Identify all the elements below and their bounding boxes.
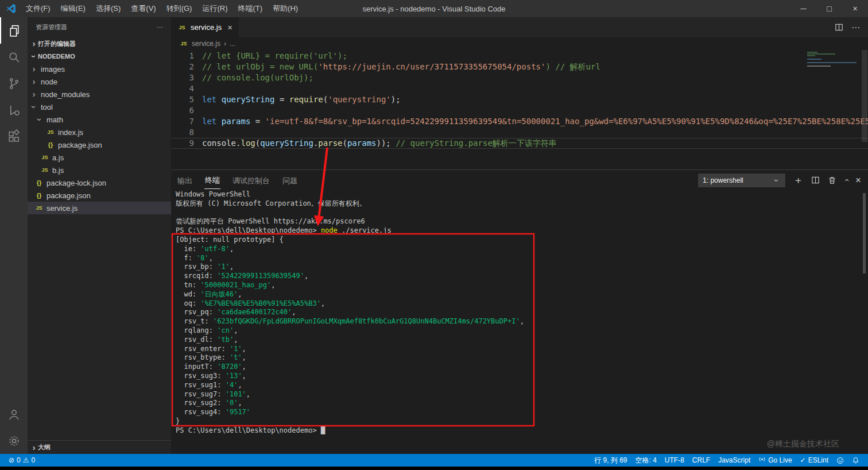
tree-item-index.js[interactable]: JSindex.js — [28, 126, 171, 138]
tree-item-tool[interactable]: ›tool — [28, 101, 171, 113]
terminal-text: tn: — [176, 281, 200, 289]
breadcrumb-more[interactable]: ... — [230, 40, 235, 48]
terminal-selector[interactable]: 1: powershell › — [698, 174, 785, 187]
breadcrumb[interactable]: JS service.js › ... — [171, 37, 868, 50]
extensions-icon[interactable] — [0, 123, 28, 149]
minimap-line — [807, 53, 835, 55]
minimap-line — [807, 55, 815, 56]
split-terminal-icon[interactable] — [811, 176, 820, 184]
new-terminal-icon[interactable]: ＋ — [793, 175, 803, 185]
menu-item[interactable]: 编辑(E) — [56, 0, 91, 17]
tree-item-label: index.js — [58, 128, 83, 137]
explorer-more-actions-icon[interactable]: ⋯ — [157, 24, 163, 31]
go-live-label: Go Live — [768, 456, 792, 464]
go-live-button[interactable]: Go Live — [754, 456, 796, 465]
minimize-button[interactable]: ─ — [790, 0, 816, 17]
terminal-text: rsv_enter: — [176, 345, 230, 353]
problems-indicator[interactable]: ⊘ 0 ⚠ 0 — [5, 456, 39, 464]
tree-item-a.js[interactable]: JSa.js — [28, 151, 171, 164]
terminal-output[interactable]: Windows PowerShell版权所有 (C) Microsoft Cor… — [171, 190, 868, 454]
maximize-panel-icon[interactable]: › — [841, 179, 851, 182]
maximize-button[interactable]: □ — [816, 0, 842, 17]
project-root-folder[interactable]: › NODEDEMO — [28, 50, 171, 63]
code-line-4: 4 — [171, 83, 868, 94]
panel-tab-0[interactable]: 输出 — [177, 172, 193, 189]
menu-item[interactable]: 选择(S) — [91, 0, 126, 17]
terminal-line: rsv_sug2: '0', — [176, 399, 868, 408]
menu-item[interactable]: 文件(F) — [21, 0, 56, 17]
chevron-down-icon: › — [30, 52, 38, 60]
terminal-text: srcqid: — [176, 272, 217, 280]
breadcrumb-file[interactable]: service.js — [192, 40, 220, 48]
settings-gear-icon[interactable] — [0, 427, 28, 454]
menu-item[interactable]: 帮助(H) — [268, 0, 303, 17]
menu-item[interactable]: 查看(V) — [126, 0, 161, 17]
terminal-text: , — [304, 272, 308, 280]
terminal-text: PS C:\Users\dell\Desktop\nodedemo> — [176, 426, 321, 434]
tree-item-node[interactable]: ›node — [28, 75, 171, 88]
source-control-icon[interactable] — [0, 70, 28, 97]
search-icon[interactable] — [0, 44, 28, 70]
terminal-text: , — [230, 263, 234, 271]
terminal-text: node — [321, 226, 338, 234]
check-icon: ✓ — [800, 456, 806, 464]
tree-item-math[interactable]: ›math — [28, 113, 171, 126]
terminal-line: [Object: null prototype] { — [176, 236, 868, 245]
account-icon[interactable] — [0, 401, 28, 427]
menu-item[interactable]: 终端(T) — [232, 0, 268, 17]
code-line-1: 1// let {URL} = require('url'); — [171, 51, 868, 61]
code-editor[interactable]: 1// let {URL} = require('url');2// let u… — [171, 50, 868, 169]
tree-item-label: package.json — [46, 191, 91, 200]
tree-item-images[interactable]: ›images — [28, 63, 171, 75]
outline-section[interactable]: › 大纲 — [28, 440, 171, 454]
chevron-right-icon: › — [30, 90, 38, 98]
terminal-line: tn: '50000021_hao_pg', — [176, 281, 868, 290]
project-root-label: NODEDEMO — [38, 53, 75, 60]
line-number: 8 — [171, 127, 194, 138]
code-token: // console.log(urlObj); — [202, 73, 313, 82]
menu-item[interactable]: 转到(G) — [161, 0, 197, 17]
indentation-setting[interactable]: 空格: 4 — [631, 456, 661, 465]
feedback-button[interactable] — [832, 457, 848, 464]
tree-item-node_modules[interactable]: ›node_modules — [28, 88, 171, 101]
tree-item-package-lock.json[interactable]: {}package-lock.json — [28, 176, 171, 189]
terminal-text: rsv_sug4: — [176, 408, 226, 416]
cursor-position[interactable]: 行 9, 列 69 — [590, 456, 631, 465]
kill-terminal-trash-icon[interactable] — [828, 176, 836, 184]
broadcast-icon — [758, 456, 766, 465]
notifications-bell-icon[interactable] — [848, 457, 863, 464]
explorer-icon[interactable] — [0, 17, 28, 44]
close-button[interactable]: × — [842, 0, 868, 17]
bottom-panel: 输出终端调试控制台问题 1: powershell › ＋ — [171, 169, 868, 454]
eol-setting[interactable]: CRLF — [688, 456, 714, 464]
code-line-content: // let urlObj = new URL('https://juejin.… — [194, 61, 600, 72]
line-number: 1 — [171, 51, 194, 61]
eslint-status[interactable]: ✓ ESLint — [796, 456, 832, 464]
language-mode[interactable]: JavaScript — [714, 456, 754, 464]
close-panel-icon[interactable]: × — [855, 175, 861, 185]
open-editors-section[interactable]: › 打开的编辑器 — [28, 37, 171, 50]
panel-tab-2[interactable]: 调试控制台 — [232, 172, 270, 189]
encoding-setting[interactable]: UTF-8 — [661, 456, 688, 464]
terminal-text: , — [234, 336, 238, 344]
tree-item-b.js[interactable]: JSb.js — [28, 164, 171, 176]
chevron-down-icon: › — [773, 176, 781, 184]
tree-item-service.js[interactable]: JSservice.js — [28, 202, 171, 214]
panel-tab-3[interactable]: 问题 — [282, 172, 298, 189]
terminal-text: rsv_t: — [176, 317, 213, 325]
menu-item[interactable]: 运行(R) — [197, 0, 232, 17]
tab-close-icon[interactable]: × — [227, 22, 232, 32]
minimap[interactable] — [807, 52, 858, 67]
run-debug-icon[interactable] — [0, 97, 28, 123]
code-line-7: 7let params = 'ie=utf-8&f=8&rsv_bp=1&src… — [171, 116, 868, 127]
split-editor-icon[interactable] — [835, 23, 843, 32]
code-line-9: 9console.log(queryString.parse(params));… — [171, 138, 868, 149]
tree-item-package.json[interactable]: {}package.json — [28, 189, 171, 202]
terminal-scrollbar[interactable] — [863, 193, 866, 273]
editor-scrollbar[interactable] — [862, 50, 867, 142]
tree-item-package.json[interactable]: {}package.json — [28, 138, 171, 151]
editor-more-actions-icon[interactable]: ⋯ — [851, 22, 860, 33]
panel-tab-1[interactable]: 终端 — [204, 171, 220, 189]
tree-item-label: service.js — [46, 204, 78, 213]
tab-service-js[interactable]: JS service.js × — [171, 17, 239, 37]
